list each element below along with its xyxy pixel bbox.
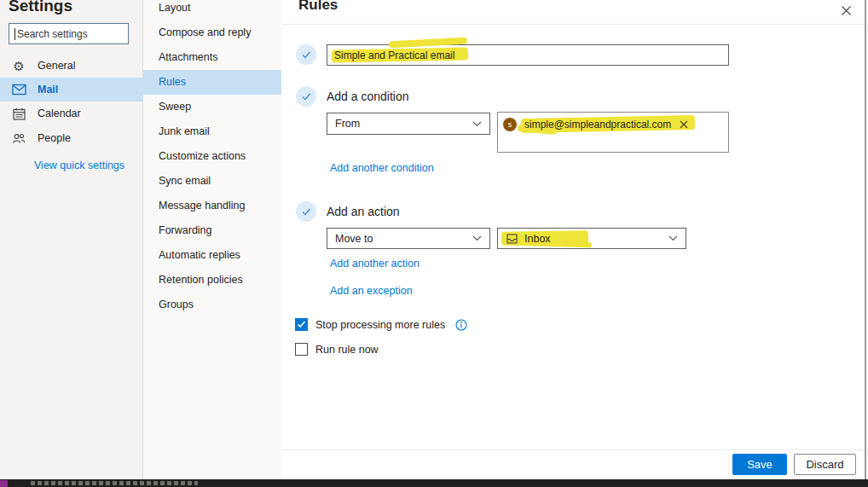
text-caret	[14, 28, 15, 40]
search-settings-input[interactable]: Search settings	[9, 23, 129, 44]
rules-panel: Rules Simple and Practical email Add a c…	[281, 0, 865, 479]
gear-icon: ⚙	[11, 60, 26, 72]
category-label: Retention policies	[159, 274, 243, 286]
header-divider	[281, 24, 865, 25]
mail-settings-categories: Layout Compose and reply Attachments Rul…	[143, 0, 281, 479]
category-label: Rules	[159, 76, 186, 88]
category-item-groups[interactable]: Groups	[143, 293, 281, 317]
remove-recipient-icon[interactable]	[680, 120, 688, 129]
category-label: Attachments	[159, 51, 217, 63]
yellow-highlight	[510, 241, 592, 248]
recipient-chip[interactable]: s simple@simpleandpractical.com	[503, 117, 728, 132]
dialog-right-border	[865, 0, 866, 479]
outlook-settings-dialog: Settings Search settings ⚙ General Mail …	[0, 0, 868, 487]
category-label: Compose and reply	[159, 26, 251, 38]
sidebar-item-people[interactable]: People	[0, 126, 143, 150]
category-item-attachments[interactable]: Attachments	[143, 45, 281, 70]
category-item-compose-and-reply[interactable]: Compose and reply	[143, 20, 281, 45]
category-item-layout[interactable]: Layout	[143, 0, 281, 20]
stop-processing-label: Stop processing more rules	[315, 319, 445, 331]
settings-title: Settings	[9, 0, 72, 15]
category-item-customize-actions[interactable]: Customize actions	[143, 144, 281, 169]
category-item-junk-email[interactable]: Junk email	[143, 119, 281, 144]
people-icon	[11, 132, 26, 144]
category-label: Customize actions	[159, 150, 246, 162]
calendar-icon	[11, 107, 26, 120]
status-bar-text	[31, 481, 198, 485]
folder-select[interactable]: Inbox	[497, 228, 686, 249]
inbox-icon	[506, 233, 518, 245]
chevron-down-icon	[472, 235, 482, 241]
avatar: s	[503, 118, 517, 131]
category-item-forwarding[interactable]: Forwarding	[143, 218, 281, 243]
chevron-down-icon	[668, 235, 678, 241]
sidebar-item-mail[interactable]: Mail	[0, 78, 143, 101]
valid-check-icon	[296, 44, 316, 65]
settings-sidebar: Settings Search settings ⚙ General Mail …	[0, 0, 143, 479]
sidebar-item-calendar[interactable]: Calendar	[0, 101, 143, 125]
page-title: Rules	[298, 0, 338, 14]
save-button[interactable]: Save	[732, 454, 787, 475]
yellow-highlight	[389, 38, 467, 49]
category-label: Sync email	[159, 175, 211, 187]
category-item-message-handling[interactable]: Message handling	[143, 194, 281, 218]
recipient-email: simple@simpleandpractical.com	[524, 119, 671, 130]
sidebar-item-label: Calendar	[38, 107, 81, 119]
category-item-sweep[interactable]: Sweep	[143, 95, 281, 119]
action-type-select[interactable]: Move to	[327, 228, 490, 249]
category-label: Groups	[159, 299, 194, 310]
condition-recipient-well[interactable]: s simple@simpleandpractical.com	[497, 112, 729, 153]
category-label: Message handling	[159, 200, 245, 212]
footer-divider	[281, 449, 865, 450]
action-section-label: Add an action	[327, 205, 400, 218]
sidebar-item-label: General	[38, 60, 75, 72]
category-item-retention-policies[interactable]: Retention policies	[143, 268, 281, 293]
condition-section-label: Add a condition	[327, 90, 409, 103]
run-rule-row: Run rule now	[295, 343, 379, 356]
stop-processing-row: Stop processing more rules	[295, 318, 467, 331]
condition-type-value: From	[335, 118, 360, 130]
sidebar-item-general[interactable]: ⚙ General	[0, 54, 143, 78]
info-icon[interactable]	[455, 319, 467, 331]
add-another-condition-link[interactable]: Add another condition	[330, 162, 434, 174]
condition-type-select[interactable]: From	[327, 113, 490, 135]
valid-check-icon	[296, 201, 316, 222]
category-label: Forwarding	[159, 224, 212, 236]
add-another-action-link[interactable]: Add another action	[330, 258, 420, 270]
chevron-down-icon	[472, 121, 482, 127]
discard-button[interactable]: Discard	[794, 454, 856, 475]
category-label: Sweep	[159, 101, 191, 113]
sidebar-item-label: People	[38, 132, 71, 144]
status-bar-icon	[0, 480, 8, 487]
add-an-exception-link[interactable]: Add an exception	[330, 285, 413, 297]
rule-name-input[interactable]: Simple and Practical email	[327, 44, 729, 66]
search-placeholder: Search settings	[17, 28, 88, 40]
action-type-value: Move to	[335, 233, 373, 245]
category-label: Junk email	[159, 125, 210, 137]
sidebar-item-label: Mail	[38, 84, 58, 96]
category-label: Automatic replies	[159, 249, 240, 261]
stop-processing-checkbox[interactable]	[295, 318, 308, 331]
view-quick-settings-link[interactable]: View quick settings	[34, 159, 124, 171]
run-rule-checkbox[interactable]	[295, 343, 308, 356]
category-label: Layout	[159, 2, 191, 14]
run-rule-label: Run rule now	[315, 344, 379, 356]
category-item-automatic-replies[interactable]: Automatic replies	[143, 243, 281, 268]
category-item-rules[interactable]: Rules	[143, 70, 281, 95]
category-item-sync-email[interactable]: Sync email	[143, 169, 281, 194]
rule-name-value: Simple and Practical email	[334, 49, 454, 61]
close-icon[interactable]	[837, 2, 854, 19]
folder-value: Inbox	[524, 233, 551, 245]
valid-check-icon	[296, 86, 316, 107]
mail-icon	[11, 84, 26, 96]
